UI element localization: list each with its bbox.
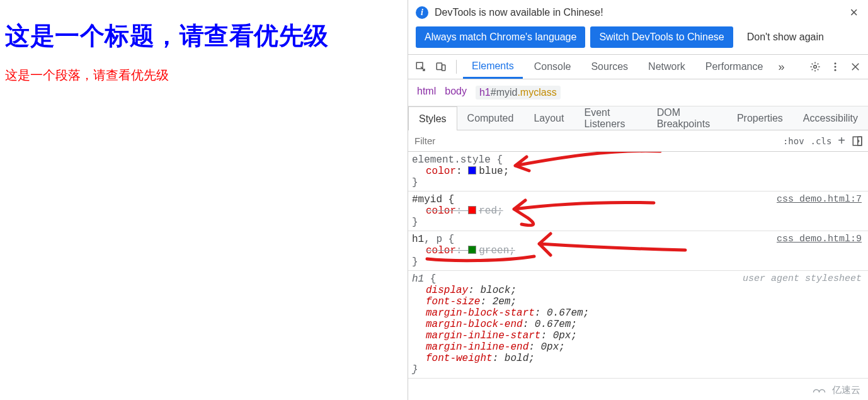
match-language-button[interactable]: Always match Chrome's language bbox=[416, 26, 585, 48]
tab-network[interactable]: Network bbox=[639, 55, 694, 79]
svg-rect-8 bbox=[858, 137, 862, 146]
rule2-sel-strong: h1 bbox=[412, 234, 424, 245]
filter-bar: :hov .cls + bbox=[408, 130, 868, 152]
source-link-2[interactable]: css_demo.html:9 bbox=[777, 234, 862, 244]
source-link-1[interactable]: css_demo.html:7 bbox=[777, 194, 862, 205]
new-rule-icon[interactable]: + bbox=[838, 134, 845, 148]
crumb-class: .myclass bbox=[517, 87, 556, 98]
rule3-selector: h1 bbox=[412, 273, 424, 285]
ua-prop-5: margin-inline-end bbox=[426, 341, 528, 353]
watermark: 亿速云 bbox=[811, 384, 860, 396]
ua-val-2: 0.67em bbox=[547, 307, 583, 319]
ua-val-1: 2em bbox=[493, 296, 511, 307]
language-buttons: Always match Chrome's language Switch De… bbox=[408, 25, 868, 54]
svg-rect-1 bbox=[437, 63, 442, 70]
subtab-layout[interactable]: Layout bbox=[523, 106, 574, 130]
crumb-selected[interactable]: h1#myid.myclass bbox=[476, 86, 561, 100]
swatch-green[interactable] bbox=[468, 246, 476, 254]
rule-element-style[interactable]: element.style { color: blue; } bbox=[408, 152, 868, 191]
switch-chinese-button[interactable]: Switch DevTools to Chinese bbox=[590, 26, 733, 48]
ua-prop-6: font-weight bbox=[426, 353, 493, 364]
crumb-id: #myid bbox=[491, 87, 518, 98]
ua-prop-1: font-size bbox=[426, 296, 480, 307]
ua-prop-4: margin-inline-start bbox=[426, 330, 540, 341]
rule2-val: green bbox=[479, 245, 509, 256]
rule1-val: red bbox=[479, 205, 497, 217]
ua-val-6: bold bbox=[505, 353, 528, 364]
rule0-selector: element.style bbox=[412, 154, 491, 166]
breadcrumb: html body h1#myid.myclass bbox=[408, 79, 868, 106]
crumb-html[interactable]: html bbox=[417, 86, 436, 100]
ua-val-5: 0px bbox=[540, 341, 559, 353]
more-tabs-icon[interactable]: » bbox=[774, 60, 788, 74]
device-toggle-icon[interactable] bbox=[432, 58, 450, 76]
crumb-tag: h1 bbox=[479, 87, 491, 98]
rule-ua-h1: user agent stylesheet h1 { display: bloc… bbox=[408, 271, 868, 379]
subtab-a11y[interactable]: Accessibility bbox=[793, 106, 868, 130]
ua-prop-3: margin-block-end bbox=[426, 319, 523, 330]
dont-show-again-button[interactable]: Don't show again bbox=[738, 26, 833, 48]
language-notice: i DevTools is now available in Chinese! … bbox=[408, 0, 868, 25]
rendered-page: 这是一个标题，请查看优先级 这是一个段落，请查看优先级 bbox=[0, 0, 408, 400]
svg-point-3 bbox=[814, 66, 817, 69]
tab-sources[interactable]: Sources bbox=[582, 55, 637, 79]
rule2-sel-rest: , p bbox=[424, 234, 442, 245]
notice-text: DevTools is now available in Chinese! bbox=[435, 7, 603, 18]
svg-point-4 bbox=[835, 62, 837, 64]
gear-icon[interactable] bbox=[806, 58, 824, 76]
hov-toggle[interactable]: :hov bbox=[783, 136, 804, 146]
ua-prop-2: margin-block-start bbox=[426, 307, 535, 319]
page-paragraph: 这是一个段落，请查看优先级 bbox=[5, 67, 403, 84]
crumb-body[interactable]: body bbox=[445, 86, 467, 100]
ua-val-3: 0.67em bbox=[535, 319, 571, 330]
subtab-styles[interactable]: Styles bbox=[408, 106, 457, 130]
cls-toggle[interactable]: .cls bbox=[811, 136, 832, 146]
css-rules: element.style { color: blue; } css_demo.… bbox=[408, 152, 868, 379]
separator bbox=[456, 60, 457, 74]
subtab-computed[interactable]: Computed bbox=[457, 106, 524, 130]
devtools-panel: i DevTools is now available in Chinese! … bbox=[408, 0, 868, 400]
close-icon[interactable]: × bbox=[847, 4, 860, 21]
devtools-tab-bar: Elements Console Sources Network Perform… bbox=[408, 54, 868, 79]
rule1-selector: #myid bbox=[412, 194, 442, 205]
rule-h1p[interactable]: css_demo.html:9 h1, p { color: green; } bbox=[408, 231, 868, 271]
page-heading: 这是一个标题，请查看优先级 bbox=[5, 19, 403, 53]
swatch-red[interactable] bbox=[468, 206, 476, 214]
styles-tab-bar: Styles Computed Layout Event Listeners D… bbox=[408, 106, 868, 130]
ua-val-4: 0px bbox=[553, 330, 571, 341]
info-icon: i bbox=[416, 6, 428, 19]
rule0-val: blue bbox=[479, 166, 503, 177]
filter-input[interactable] bbox=[413, 133, 777, 149]
close-devtools-icon[interactable] bbox=[847, 58, 864, 76]
subtab-listeners[interactable]: Event Listeners bbox=[574, 106, 646, 130]
watermark-text: 亿速云 bbox=[832, 384, 860, 396]
tab-performance[interactable]: Performance bbox=[697, 55, 772, 79]
ua-val-0: block bbox=[480, 285, 510, 296]
tab-console[interactable]: Console bbox=[525, 55, 580, 79]
svg-point-6 bbox=[835, 69, 837, 71]
computed-toggle-icon[interactable] bbox=[852, 135, 863, 147]
subtab-dombp[interactable]: DOM Breakpoints bbox=[647, 106, 727, 130]
svg-point-5 bbox=[835, 66, 837, 68]
inspect-icon[interactable] bbox=[412, 58, 430, 76]
ua-note: user agent stylesheet bbox=[743, 273, 862, 284]
rule1-prop: color bbox=[426, 205, 456, 217]
swatch-blue[interactable] bbox=[468, 166, 476, 174]
svg-rect-2 bbox=[442, 65, 445, 71]
rule2-prop: color bbox=[426, 245, 456, 256]
ua-prop-0: display bbox=[426, 285, 468, 296]
subtab-props[interactable]: Properties bbox=[727, 106, 793, 130]
rule-myid[interactable]: css_demo.html:7 #myid { color: red; } bbox=[408, 191, 868, 231]
tab-elements[interactable]: Elements bbox=[463, 55, 523, 79]
rule0-prop: color bbox=[426, 166, 456, 177]
kebab-icon[interactable] bbox=[826, 58, 844, 76]
